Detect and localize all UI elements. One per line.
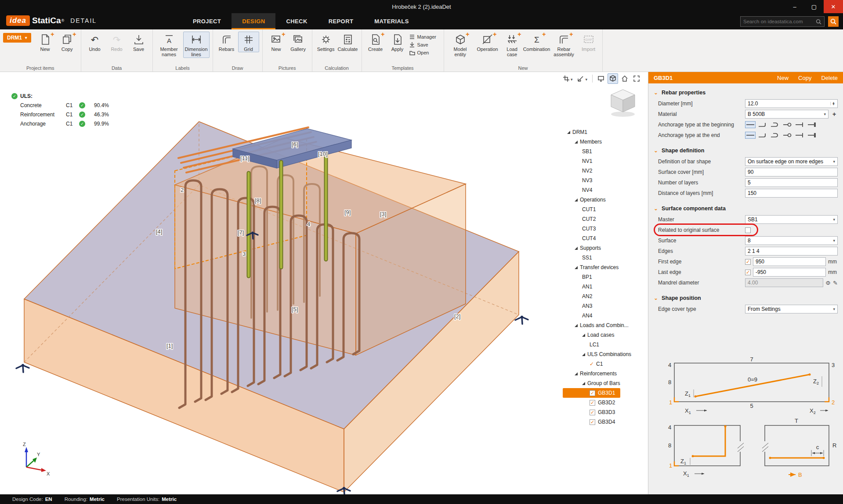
save-button[interactable]: Save <box>128 32 149 52</box>
anchorage-perpendicular-bar-icon[interactable] <box>794 132 805 139</box>
search-action-button[interactable] <box>828 16 839 27</box>
tree-item-an2[interactable]: AN2 <box>563 292 647 301</box>
tab-design[interactable]: DESIGN <box>232 13 275 29</box>
anchorage-plate-icon[interactable] <box>807 132 817 139</box>
tree-item-ulscombinations[interactable]: ULS Combinations <box>563 349 647 359</box>
anchorage-hook90-icon[interactable] <box>757 121 768 128</box>
tree-item-groupofbars[interactable]: Group of Bars <box>563 378 647 388</box>
tab-project[interactable]: PROJECT <box>182 13 232 29</box>
tree-item-an3[interactable]: AN3 <box>563 301 647 311</box>
tree-expander-icon[interactable] <box>575 266 578 269</box>
3d-scene[interactable]: [1] [2] [3] [4] [5] [6] [7] [8] [9] [10]… <box>0 72 648 494</box>
copy-project-item-button[interactable]: Copy <box>57 32 78 52</box>
tree-item-cut1[interactable]: CUT1 <box>563 205 647 214</box>
anchorage-hook180-icon[interactable] <box>770 121 780 128</box>
gallery-button[interactable]: Gallery <box>288 32 309 52</box>
tree-item-gb3d3[interactable]: GB3D3 <box>563 407 647 417</box>
tree-item-ss1[interactable]: SS1 <box>563 253 647 263</box>
fullscreen-button[interactable] <box>631 73 642 84</box>
tree-item-cut3[interactable]: CUT3 <box>563 224 647 234</box>
tree-item-supports[interactable]: Supports <box>563 243 647 253</box>
related-to-original-surface-checkbox[interactable] <box>745 227 751 233</box>
tree-expander-icon[interactable] <box>582 334 585 337</box>
new-load-case-button[interactable]: Load case <box>502 32 523 58</box>
anchorage-loop-icon[interactable] <box>782 121 792 128</box>
tree-item-loadsandcombin[interactable]: Loads and Combin... <box>563 320 647 330</box>
create-template-button[interactable]: Create <box>365 32 386 52</box>
add-material-button[interactable]: + <box>831 111 838 118</box>
delete-rebar-group-button[interactable]: Delete <box>821 75 838 81</box>
tree-item-operations[interactable]: Operations <box>563 195 647 205</box>
tree-expander-icon[interactable] <box>582 353 585 356</box>
tree-item-gb3d2[interactable]: GB3D2 <box>563 398 647 407</box>
tree-item-gb3d1[interactable]: GB3D1 <box>563 388 620 398</box>
new-operation-button[interactable]: Operation <box>474 32 501 52</box>
tree-item-cut4[interactable]: CUT4 <box>563 234 647 243</box>
section-surface-component-data[interactable]: Surface component data <box>648 203 843 214</box>
last-edge-input[interactable]: -950 <box>753 268 826 277</box>
tree-item-nv3[interactable]: NV3 <box>563 176 647 185</box>
crop-view-button[interactable] <box>561 73 575 84</box>
search-input[interactable] <box>743 19 814 24</box>
undo-button[interactable]: ↶ Undo <box>84 32 105 52</box>
chevron-down-icon[interactable] <box>585 75 587 83</box>
last-edge-checkbox[interactable] <box>745 270 751 275</box>
anchorage-hook180-icon[interactable] <box>770 132 780 139</box>
template-manager-button[interactable]: Manager <box>409 34 441 40</box>
dxf-import-button[interactable]: DXF Import <box>578 32 599 52</box>
new-model-entity-button[interactable]: Model entity <box>447 32 474 58</box>
template-save-button[interactable]: Save <box>409 42 441 48</box>
section-rebar-properties[interactable]: Rebar properties <box>648 87 843 98</box>
tree-item-lc1[interactable]: LC1 <box>563 340 647 349</box>
search-box[interactable] <box>740 16 825 27</box>
edit-pencil-icon[interactable] <box>833 280 838 286</box>
render-mode-button[interactable] <box>596 73 606 84</box>
surface-select[interactable]: 8 <box>745 236 838 245</box>
tree-item-checkbox[interactable] <box>590 390 595 396</box>
minimize-button[interactable]: – <box>785 0 804 13</box>
section-shape-definition[interactable]: Shape definition <box>648 145 843 156</box>
tab-materials[interactable]: MATERIALS <box>364 13 419 29</box>
distance-of-layers-input[interactable]: 150 <box>745 189 838 198</box>
edge-cover-type-select[interactable]: From Settings <box>745 305 838 313</box>
tree-expander-icon[interactable] <box>567 131 570 134</box>
dimension-lines-button[interactable]: Dimension lines <box>183 32 210 58</box>
anchorage-perpendicular-bar-icon[interactable] <box>794 121 805 128</box>
number-of-layers-input[interactable]: 5 <box>745 178 838 187</box>
tree-item-an1[interactable]: AN1 <box>563 282 647 292</box>
tree-item-cut2[interactable]: CUT2 <box>563 214 647 224</box>
tree-item-members[interactable]: Members <box>563 137 647 147</box>
maximize-button[interactable]: ▢ <box>804 0 824 13</box>
home-view-button[interactable] <box>619 73 630 84</box>
bar-shape-definition-select[interactable]: On surface edge on more edges <box>745 157 838 166</box>
tree-expander-icon[interactable] <box>575 198 578 202</box>
3d-viewport[interactable]: [1] [2] [3] [4] [5] [6] [7] [8] [9] [10]… <box>0 72 648 494</box>
new-rebar-assembly-button[interactable]: Rebar assembly <box>551 32 577 58</box>
rebars-button[interactable]: Rebars <box>216 32 237 52</box>
tree-item-drm1[interactable]: DRM1 <box>563 127 647 137</box>
calculate-button[interactable]: Calculate <box>337 32 358 52</box>
tree-item-checkbox[interactable] <box>590 410 595 415</box>
redo-button[interactable]: ↷ Redo <box>106 32 127 52</box>
tree-item-reinforcements[interactable]: Reinforcements <box>563 369 647 378</box>
anchorage-straight-icon[interactable] <box>745 121 756 128</box>
tree-expander-icon[interactable] <box>575 324 578 327</box>
new-combination-button[interactable]: Σ Combination <box>524 32 550 52</box>
tree-item-nv2[interactable]: NV2 <box>563 166 647 176</box>
tree-item-nv1[interactable]: NV1 <box>563 156 647 166</box>
anchorage-loop-icon[interactable] <box>782 132 792 139</box>
tab-check[interactable]: CHECK <box>275 13 318 29</box>
master-select[interactable]: SB1 <box>745 215 838 224</box>
close-button[interactable]: ✕ <box>824 0 843 13</box>
copy-rebar-group-button[interactable]: Copy <box>798 75 811 81</box>
settings-button[interactable]: Settings <box>315 32 336 52</box>
edges-input[interactable]: 2 1 4 <box>745 247 838 256</box>
drm1-dropdown-button[interactable]: DRM1 <box>3 33 31 43</box>
new-picture-button[interactable]: New <box>266 32 287 52</box>
tree-item-nv4[interactable]: NV4 <box>563 185 647 195</box>
new-project-item-button[interactable]: New <box>35 32 56 52</box>
tab-report[interactable]: REPORT <box>318 13 364 29</box>
member-names-button[interactable]: A Member names <box>156 32 182 58</box>
section-shape-position[interactable]: Shape position <box>648 292 843 304</box>
navigation-cube[interactable] <box>607 86 639 119</box>
